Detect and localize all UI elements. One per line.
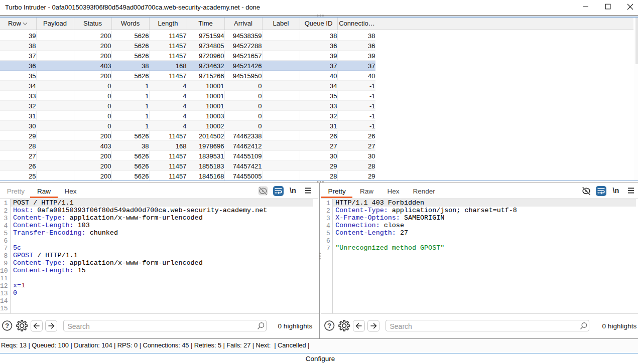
- svg-text:?: ?: [5, 322, 9, 329]
- svg-text:?: ?: [327, 322, 331, 329]
